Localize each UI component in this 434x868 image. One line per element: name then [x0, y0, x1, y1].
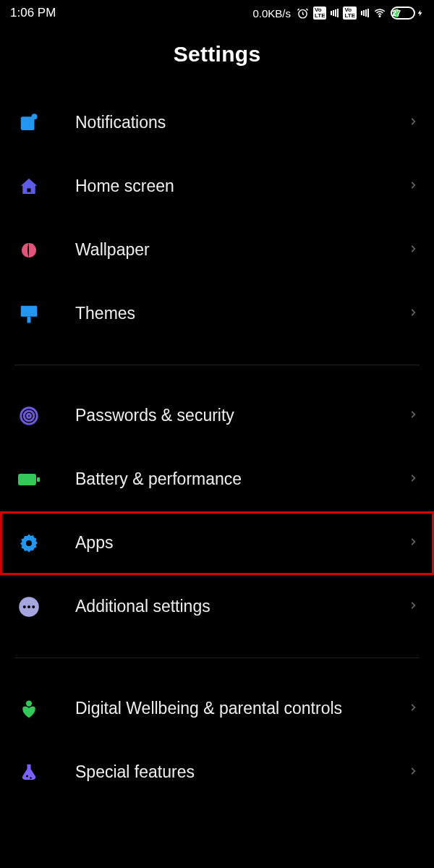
signal-icon-1 — [331, 9, 339, 17]
section-divider — [14, 658, 420, 658]
row-label: Battery & performance — [75, 469, 408, 490]
home-icon — [16, 174, 42, 200]
status-right: 0.0KB/s VoLTE VoLTE 27 — [252, 7, 424, 20]
row-label: Special features — [75, 762, 408, 783]
row-label: Passwords & security — [75, 405, 408, 427]
svg-point-16 — [27, 605, 30, 608]
wifi-icon — [373, 7, 386, 20]
row-label: Apps — [75, 532, 408, 554]
notifications-icon — [16, 110, 42, 136]
svg-point-5 — [30, 244, 33, 246]
svg-point-10 — [27, 414, 31, 418]
flask-icon — [16, 760, 42, 786]
chevron-right-icon — [408, 177, 418, 196]
row-label: Digital Wellbeing & parental controls — [75, 698, 408, 720]
row-wallpaper[interactable]: Wallpaper — [0, 218, 434, 282]
chevron-right-icon — [408, 534, 418, 553]
row-label: Home screen — [75, 176, 408, 197]
row-special-features[interactable]: Special features — [0, 741, 434, 804]
svg-rect-7 — [27, 317, 31, 323]
row-battery-performance[interactable]: Battery & performance — [0, 448, 434, 511]
chevron-right-icon — [408, 699, 418, 718]
svg-rect-11 — [18, 474, 36, 485]
themes-icon — [16, 301, 42, 327]
row-label: Additional settings — [75, 596, 408, 618]
svg-point-9 — [24, 411, 34, 421]
volte-badge-1: VoLTE — [313, 7, 327, 20]
svg-point-18 — [26, 700, 32, 706]
battery-indicator: 27 — [391, 7, 424, 20]
row-digital-wellbeing[interactable]: Digital Wellbeing & parental controls — [0, 677, 434, 741]
chevron-right-icon — [408, 470, 418, 489]
volte-badge-2: VoLTE — [343, 7, 357, 20]
svg-rect-6 — [21, 306, 38, 317]
row-additional-settings[interactable]: Additional settings — [0, 575, 434, 639]
chevron-right-icon — [408, 114, 418, 132]
chevron-right-icon — [408, 305, 418, 323]
section-divider — [14, 365, 420, 365]
chevron-right-icon — [408, 241, 418, 260]
wallpaper-icon — [16, 237, 42, 263]
settings-list: Notifications Home screen Wallpaper Them… — [0, 91, 434, 804]
svg-point-1 — [379, 16, 380, 17]
chevron-right-icon — [408, 763, 418, 782]
page-title: Settings — [0, 42, 434, 67]
row-notifications[interactable]: Notifications — [0, 91, 434, 155]
svg-point-17 — [32, 605, 35, 608]
row-label: Wallpaper — [75, 239, 408, 261]
row-apps[interactable]: Apps — [0, 511, 434, 575]
svg-point-3 — [32, 114, 38, 119]
row-home-screen[interactable]: Home screen — [0, 155, 434, 218]
more-icon — [16, 594, 42, 620]
svg-rect-4 — [27, 189, 31, 192]
gear-icon — [16, 530, 42, 556]
status-time: 1:06 PM — [10, 6, 56, 20]
svg-point-13 — [26, 540, 32, 546]
svg-point-20 — [30, 777, 32, 779]
row-passwords-security[interactable]: Passwords & security — [0, 384, 434, 448]
alarm-icon — [297, 7, 309, 20]
svg-point-15 — [23, 605, 26, 608]
signal-icon-2 — [361, 9, 369, 17]
fingerprint-icon — [16, 403, 42, 429]
battery-percent: 27 — [392, 9, 414, 17]
battery-icon — [16, 467, 42, 493]
svg-point-19 — [26, 775, 28, 778]
row-label: Themes — [75, 303, 408, 325]
status-bar: 1:06 PM 0.0KB/s VoLTE VoLTE 27 — [0, 0, 434, 23]
wellbeing-icon — [16, 696, 42, 722]
charging-icon — [417, 7, 424, 19]
network-speed: 0.0KB/s — [252, 7, 291, 20]
chevron-right-icon — [408, 407, 418, 425]
svg-rect-12 — [37, 477, 40, 482]
row-label: Notifications — [75, 112, 408, 134]
chevron-right-icon — [408, 597, 418, 616]
row-themes[interactable]: Themes — [0, 282, 434, 346]
